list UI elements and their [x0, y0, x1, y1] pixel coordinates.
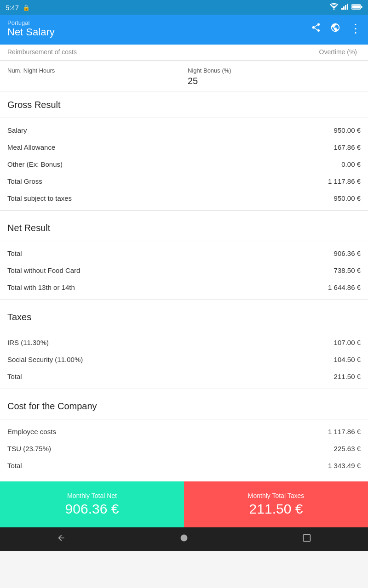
taxes-divider-top: [0, 330, 368, 330]
battery-icon: [351, 3, 362, 11]
wifi-icon: [329, 3, 339, 11]
recent-apps-icon[interactable]: [302, 533, 311, 545]
tsu-label: TSU (23.75%): [7, 445, 334, 452]
svg-rect-2: [343, 6, 345, 10]
share-icon[interactable]: [311, 23, 321, 35]
time-display: 5:47: [6, 4, 19, 11]
content-area: Reimbursement of costs Overtime (%) Num.…: [0, 45, 368, 481]
total-subject-value: 950.00 €: [334, 194, 361, 202]
svg-point-0: [334, 9, 335, 10]
table-row: Total without Food Card 738.50 €: [0, 262, 368, 279]
employee-costs-label: Employee costs: [7, 428, 328, 435]
company-heading: Cost for the Company: [0, 393, 368, 415]
other-value: 0.00 €: [341, 160, 361, 168]
svg-rect-3: [345, 5, 346, 10]
taxes-divider-bottom: [0, 389, 368, 389]
monthly-taxes-panel: Monthly Total Taxes 211.50 €: [184, 481, 368, 527]
table-row: IRS (11.30%) 107.00 €: [0, 334, 368, 351]
table-row: Total 211.50 €: [0, 368, 368, 385]
net-result-heading: Net Result: [0, 215, 368, 237]
taxes-total-value: 211.50 €: [334, 373, 361, 380]
night-right: Night Bonus (%) 25: [180, 67, 361, 86]
meal-allowance-label: Meal Allowance: [7, 143, 334, 151]
status-time: 5:47 🔒: [6, 4, 30, 11]
home-icon[interactable]: [179, 533, 189, 545]
total-gross-label: Total Gross: [7, 177, 328, 185]
night-bonus-value: 25: [188, 76, 361, 86]
night-bonus-label: Night Bonus (%): [188, 67, 361, 74]
gross-salary-label: Salary: [7, 126, 334, 134]
svg-rect-9: [303, 535, 310, 542]
svg-rect-6: [352, 6, 360, 9]
other-label: Other (Ex: Bonus): [7, 160, 341, 168]
night-hours-label: Num. Night Hours: [7, 67, 180, 74]
gross-result-heading: Gross Result: [0, 91, 368, 114]
gross-salary-value: 950.00 €: [334, 126, 361, 134]
net-13th-label: Total with 13th or 14th: [7, 283, 328, 291]
summary-bar: Monthly Total Net 906.36 € Monthly Total…: [0, 481, 368, 527]
irs-label: IRS (11.30%): [7, 339, 334, 346]
toolbar-actions: ⋮: [311, 22, 361, 36]
taxes-section: Taxes IRS (11.30%) 107.00 € Social Secur…: [0, 304, 368, 389]
svg-rect-4: [347, 4, 348, 10]
table-row: Total with 13th or 14th 1 644.86 €: [0, 279, 368, 296]
svg-rect-7: [361, 6, 362, 8]
net-divider-bottom: [0, 300, 368, 300]
night-section: Num. Night Hours Night Bonus (%) 25: [0, 61, 368, 91]
net-total-label: Total: [7, 249, 334, 257]
social-security-value: 104.50 €: [334, 356, 361, 363]
company-total-value: 1 343.49 €: [328, 462, 361, 469]
toolbar-title-area: Portugal Net Salary: [7, 19, 55, 38]
employee-costs-value: 1 117.86 €: [328, 428, 361, 435]
globe-icon[interactable]: [330, 23, 340, 35]
table-row: Employee costs 1 117.86 €: [0, 423, 368, 440]
svg-rect-1: [341, 8, 343, 10]
more-options-icon[interactable]: ⋮: [350, 22, 361, 36]
social-security-label: Social Security (11.00%): [7, 356, 334, 363]
back-icon[interactable]: [57, 533, 66, 545]
night-left: Num. Night Hours: [7, 67, 180, 76]
taxes-heading: Taxes: [0, 304, 368, 326]
table-row: Other (Ex: Bonus) 0.00 €: [0, 156, 368, 173]
net-no-food-label: Total without Food Card: [7, 266, 334, 274]
gross-divider-bottom: [0, 210, 368, 211]
lock-icon: 🔒: [23, 4, 30, 11]
net-13th-value: 1 644.86 €: [328, 283, 361, 291]
taxes-total-label: Total: [7, 373, 334, 380]
gross-result-section: Gross Result Salary 950.00 € Meal Allowa…: [0, 91, 368, 211]
table-row: Salary 950.00 €: [0, 122, 368, 139]
toolbar: Portugal Net Salary ⋮: [0, 15, 368, 45]
net-total-value: 906.36 €: [334, 249, 361, 257]
monthly-net-label: Monthly Total Net: [67, 492, 117, 499]
company-divider-top: [0, 419, 368, 419]
total-subject-label: Total subject to taxes: [7, 194, 334, 202]
toolbar-title: Net Salary: [7, 26, 55, 38]
tsu-value: 225.63 €: [334, 445, 361, 452]
status-icons: [329, 3, 362, 11]
monthly-taxes-value: 211.50 €: [249, 501, 303, 517]
partial-top-row: Reimbursement of costs Overtime (%): [0, 45, 368, 61]
net-result-section: Net Result Total 906.36 € Total without …: [0, 215, 368, 300]
bottom-spacer: [0, 474, 368, 481]
table-row: Meal Allowance 167.86 €: [0, 139, 368, 156]
gross-divider-top: [0, 118, 368, 118]
signal-icon: [341, 3, 349, 11]
total-gross-value: 1 117.86 €: [328, 177, 361, 185]
toolbar-subtitle: Portugal: [7, 19, 55, 26]
table-row: Total 906.36 €: [0, 245, 368, 262]
partial-right-label: Overtime (%): [182, 48, 361, 56]
company-section: Cost for the Company Employee costs 1 11…: [0, 393, 368, 481]
monthly-net-value: 906.36 €: [65, 501, 119, 517]
svg-point-8: [180, 535, 187, 542]
table-row: Total 1 343.49 €: [0, 457, 368, 474]
table-row: Social Security (11.00%) 104.50 €: [0, 351, 368, 368]
status-bar: 5:47 🔒: [0, 0, 368, 15]
table-row: Total Gross 1 117.86 €: [0, 173, 368, 190]
nav-bar: [0, 527, 368, 551]
monthly-net-panel: Monthly Total Net 906.36 €: [0, 481, 184, 527]
monthly-taxes-label: Monthly Total Taxes: [248, 492, 304, 499]
table-row: Total subject to taxes 950.00 €: [0, 190, 368, 207]
net-no-food-value: 738.50 €: [334, 266, 361, 274]
meal-allowance-value: 167.86 €: [334, 143, 361, 151]
company-total-label: Total: [7, 462, 328, 469]
